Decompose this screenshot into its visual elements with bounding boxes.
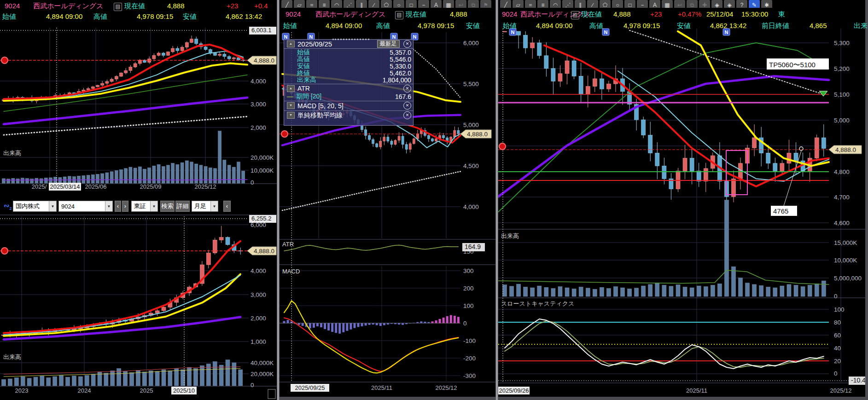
line-tool-icon[interactable]: ╱ — [281, 0, 292, 8]
ruler-tool-icon[interactable]: ▱ — [513, 0, 524, 8]
expand-icon[interactable]: ▼ — [287, 102, 295, 109]
drawing-toolbar: ╱▱=≡◠⋰∥∕⬠○□−A▦↩⧉⚑ — [281, 0, 493, 8]
copy-icon[interactable]: ⧉ — [468, 0, 479, 8]
ma-cyan — [4, 275, 240, 335]
macd-title: MACD [5, 20, 5] — [297, 102, 344, 110]
tag-icon[interactable]: ◈ — [711, 0, 722, 8]
flag-icon[interactable]: ⚑ — [480, 0, 491, 8]
arc-tool-icon[interactable]: ◠ — [331, 0, 342, 8]
quote-list-icon[interactable]: ▤ — [114, 3, 122, 11]
multi-line-tool-icon[interactable]: ≡ — [537, 0, 548, 8]
latest-bar-button[interactable]: 最新足 — [377, 40, 400, 48]
fan-lines-tool-icon[interactable]: ⋰ — [344, 0, 355, 8]
icon-stamp-tool-icon[interactable]: ▦ — [662, 0, 673, 8]
axis-labels: 6,0005,5005,0004,5004,0001503002001000-1… — [463, 40, 479, 379]
exchange-select[interactable]: 東証▼ — [131, 201, 158, 212]
svg-text:2025/06: 2025/06 — [85, 183, 107, 190]
svg-text:2,000: 2,000 — [250, 124, 266, 131]
copy-icon[interactable]: ⧉ — [687, 0, 698, 8]
fan-lines-tool-icon[interactable]: ⋰ — [562, 0, 573, 8]
svg-text:300: 300 — [463, 267, 474, 274]
detail-button[interactable]: 詳細 — [175, 201, 190, 212]
tag2-icon[interactable]: ◈ — [724, 0, 735, 8]
ma-red — [4, 45, 243, 99]
svg-text:100: 100 — [463, 302, 474, 309]
svg-text:40: 40 — [834, 345, 841, 352]
low-value: 4,862 13:42 — [226, 12, 262, 20]
link-icon[interactable]: ∾2 — [4, 202, 12, 213]
svg-text:3,000: 3,000 — [250, 101, 266, 108]
quote-list-icon[interactable]: ▤ — [395, 11, 403, 19]
collapse-icon[interactable]: ▲ — [287, 41, 295, 47]
prev-code-button[interactable]: ‹ — [115, 201, 121, 212]
vertical-lines-tool-icon[interactable]: ∥ — [356, 0, 367, 8]
quote-list-icon[interactable]: ▤ — [571, 11, 579, 19]
rectangle-tool-icon[interactable]: □ — [624, 0, 635, 8]
polygon-tool-icon[interactable]: ⬠ — [381, 0, 392, 8]
period-select[interactable]: 月足▼ — [192, 201, 218, 212]
multi-line-tool-icon[interactable]: ≡ — [319, 0, 330, 8]
price-change-pct: +0.4 — [254, 2, 268, 10]
low-label: 安値 — [466, 22, 480, 29]
rectangle-tool-icon[interactable]: □ — [406, 0, 417, 8]
svg-text:6,003.1: 6,003.1 — [251, 27, 271, 34]
line-tool-icon[interactable]: ╱ — [500, 0, 511, 8]
close-icon[interactable]: ✕ — [403, 102, 411, 110]
vertical-lines-tool-icon[interactable]: ∥ — [575, 0, 586, 8]
undo-icon[interactable]: ↩ — [455, 0, 466, 8]
parallel-lines-tool-icon[interactable]: = — [525, 0, 536, 8]
text-tool-icon[interactable]: A — [431, 0, 442, 8]
bottom-scrollbar — [280, 397, 495, 400]
expand-icon[interactable]: ▼ — [287, 112, 295, 119]
close-icon[interactable]: ✕ — [403, 111, 411, 119]
pencil-tool-icon[interactable]: ✎ — [749, 0, 760, 8]
svg-text:出来高: 出来高 — [501, 232, 519, 239]
market-select[interactable]: 国内株式▼ — [13, 201, 57, 212]
close-icon[interactable]: ✕ — [403, 85, 411, 93]
stoch-value-box: -10.4 — [849, 377, 868, 385]
right-chart-svg[interactable]: TP5060〜51004765-10.44,888.05,3005,2005,1… — [498, 0, 868, 400]
svg-text:3,000: 3,000 — [250, 291, 266, 298]
svg-text:2025/11: 2025/11 — [686, 387, 707, 394]
undo-icon[interactable]: ↩ — [674, 0, 685, 8]
price-grid — [498, 29, 841, 382]
svg-text:出来高: 出来高 — [3, 150, 21, 157]
price-annotation: 4765 — [771, 206, 797, 216]
tt-close-value: 5,462.0 — [390, 70, 411, 77]
annotation-point — [799, 147, 803, 151]
svg-text:6,000: 6,000 — [463, 40, 479, 46]
settings-gear-icon[interactable]: ✱ — [761, 0, 772, 8]
collapse-icon[interactable]: ▲ — [287, 85, 295, 92]
angle-line-tool-icon[interactable]: ∕ — [368, 0, 379, 8]
code-combobox[interactable]: 9024▼ — [58, 201, 113, 212]
tt-volume-label: 出来高 — [287, 76, 316, 84]
svg-text:-10.4: -10.4 — [851, 377, 866, 384]
collapse-panel-button[interactable]: ‹ — [223, 201, 231, 212]
angle-line-tool-icon[interactable]: ∕ — [587, 0, 598, 8]
help-icon[interactable]: ? — [736, 0, 747, 8]
atr-value: 167.6 — [395, 93, 411, 100]
parallel-lines-tool-icon[interactable]: = — [306, 0, 317, 8]
svg-text:200: 200 — [463, 285, 474, 292]
low-value: 4,862 13:42 — [710, 22, 746, 29]
ruler-tool-icon[interactable]: ▱ — [294, 0, 305, 8]
search-button[interactable]: 検索 — [160, 201, 175, 212]
candle-data-tooltip[interactable]: ▲ 2025/09/25 最新足 ✕ 始値5,357.0 高値5,546.0 安… — [284, 39, 414, 126]
polygon-tool-icon[interactable]: ⬠ — [600, 0, 611, 8]
close-icon[interactable]: ✕ — [403, 40, 411, 48]
hand-tool-icon[interactable]: ✚ — [699, 0, 710, 8]
svg-text:N: N — [725, 29, 728, 35]
icon-stamp-tool-icon[interactable]: ▦ — [443, 0, 454, 8]
circle-tool-icon[interactable]: ○ — [393, 0, 404, 8]
arc-tool-icon[interactable]: ◠ — [550, 0, 561, 8]
horizontal-line-tool-icon[interactable]: − — [637, 0, 648, 8]
horizontal-line-tool-icon[interactable]: − — [418, 0, 429, 8]
svg-text:2025/12: 2025/12 — [195, 183, 216, 190]
svg-text:2,000: 2,000 — [250, 315, 266, 322]
tooltip-drag-handle[interactable] — [332, 39, 369, 40]
next-code-button[interactable]: › — [122, 201, 128, 212]
ma-dotted-falling — [410, 46, 460, 98]
tt-open-value: 5,357.0 — [390, 49, 411, 56]
circle-tool-icon[interactable]: ○ — [612, 0, 623, 8]
text-tool-icon[interactable]: A — [649, 0, 660, 8]
